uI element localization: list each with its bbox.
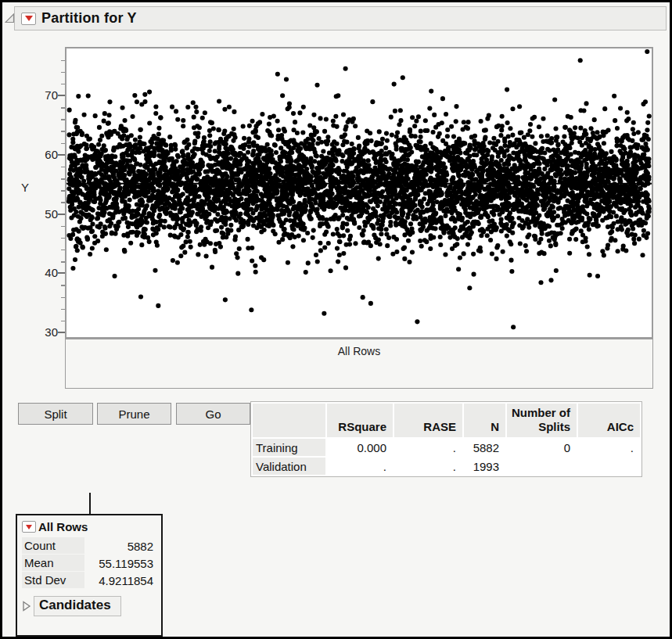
node-stats: Count 5882 Mean 55.119553 Std Dev 4.9211… [22,537,156,589]
y-tick-major [58,154,65,156]
stat-row-stddev: Std Dev 4.9211854 [22,572,156,589]
y-tick-label: 50 [30,207,58,221]
red-triangle-menu-icon[interactable] [21,13,36,25]
training-splits: 0 [507,439,577,456]
y-tick-major [58,214,65,215]
split-button[interactable]: Split [18,403,93,425]
stat-label: Mean [22,555,84,571]
col-header-rsquare: RSquare [327,404,393,437]
stat-row-count: Count 5882 [22,537,156,555]
fit-statistics-table: RSquare RASE N Number of Splits AICc Tra… [250,401,642,477]
x-category-label: All Rows [338,345,380,357]
candidates-disclosure[interactable]: Candidates [22,596,156,616]
partition-report-window: Partition for Y Y 7060504030 All Rows Sp… [0,0,672,639]
fit-statistics-table-wrap: RSquare RASE N Number of Splits AICc Tra… [250,401,642,477]
go-button[interactable]: Go [176,403,250,425]
scatter-plot-canvas[interactable] [66,48,652,337]
col-header-number-of-splits: Number of Splits [507,404,577,437]
training-n: 5882 [464,439,505,456]
all-rows-node: All Rows Count 5882 Mean 55.119553 Std D… [16,514,163,637]
col-header-aicc: AICc [578,404,640,437]
stat-label: Std Dev [22,572,84,588]
table-header-row: RSquare RASE N Number of Splits AICc [253,404,640,437]
node-header: All Rows [22,520,156,533]
row-label-training: Training [253,439,325,456]
validation-rsquare: . [327,458,393,475]
training-rsquare: 0.000 [327,439,393,456]
validation-splits [507,458,577,475]
titlebar: Partition for Y [14,6,667,31]
stat-label: Count [22,537,84,554]
y-tick-label: 70 [30,88,58,102]
table-row-validation: Validation . . 1993 [253,458,640,475]
table-row-training: Training 0.000 . 5882 0 . [253,439,640,456]
node-red-triangle-icon [26,525,32,530]
validation-n: 1993 [464,458,505,475]
tree-branch-line [89,493,91,515]
row-label-validation: Validation [253,458,325,475]
scatter-plot-frame [65,47,653,339]
y-tick-label: 60 [30,148,58,162]
y-tick-label: 30 [30,325,58,339]
y-axis-label: Y [21,181,29,194]
chevron-right-icon [22,601,31,612]
stat-row-mean: Mean 55.119553 [22,555,156,572]
col-header-empty [253,404,325,437]
node-title: All Rows [38,520,88,533]
col-header-n: N [464,404,505,437]
training-aicc: . [578,439,640,456]
training-rase: . [394,439,462,456]
y-tick-label: 40 [30,266,58,280]
stat-value: 5882 [84,540,156,553]
validation-rase: . [394,458,462,475]
y-tick-major [58,272,65,274]
page-title: Partition for Y [41,10,137,27]
y-tick-major [58,332,65,333]
stat-value: 4.9211854 [84,574,156,587]
node-red-triangle-menu-icon[interactable] [22,521,36,533]
candidates-label: Candidates [34,596,121,616]
red-triangle-icon [25,16,33,21]
prune-button[interactable]: Prune [97,403,171,425]
stat-value: 55.119553 [84,557,156,570]
y-tick-major [58,95,65,96]
validation-aicc [578,458,640,475]
col-header-rase: RASE [394,404,462,437]
x-axis-category-strip: All Rows [65,339,653,389]
